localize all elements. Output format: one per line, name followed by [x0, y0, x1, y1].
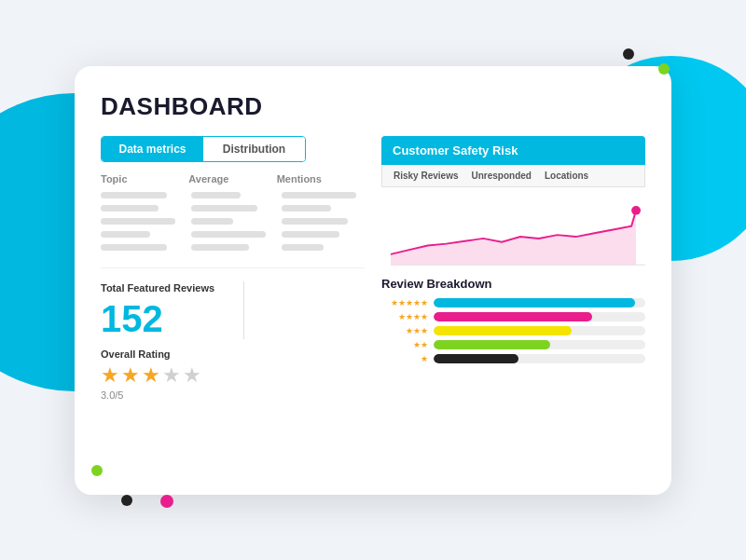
rb-bar-fill-1	[434, 354, 518, 363]
star-1: ★	[101, 363, 119, 388]
skeleton-cell	[191, 192, 241, 198]
dot-pink-bottom-left	[160, 495, 173, 508]
right-panel: Customer Safety Risk Risky Reviews Unres…	[381, 136, 645, 401]
tab-distribution[interactable]: Distribution	[203, 137, 305, 161]
skeleton-cell	[282, 218, 348, 225]
dot-dark-top-right	[623, 48, 634, 60]
skeleton-cell	[282, 231, 339, 238]
rb-row-4: ★★★★	[381, 312, 645, 321]
table-row	[101, 205, 365, 212]
skeleton-cell	[282, 205, 331, 212]
csr-header: Customer Safety Risk	[381, 136, 645, 165]
rb-stars-2: ★★	[381, 340, 428, 349]
rb-bar-fill-5	[434, 298, 635, 307]
rb-row-1: ★	[381, 354, 645, 363]
stats-row: Total Featured Reviews 152 Overall Ratin…	[101, 267, 365, 401]
rb-bar-bg-3	[434, 326, 645, 335]
skeleton-cell	[191, 231, 266, 238]
rb-stars-3: ★★★	[381, 326, 428, 335]
csr-tab-unresponded[interactable]: Unresponded	[472, 171, 532, 181]
col-topic: Topic	[101, 173, 188, 184]
skeleton-cell	[101, 205, 159, 212]
skeleton-cell	[191, 205, 257, 212]
star-rating: ★ ★ ★ ★ ★	[101, 363, 228, 388]
csr-tab-locations[interactable]: Locations	[545, 171, 588, 181]
rb-row-3: ★★★	[381, 326, 645, 335]
overall-rating-stat: Overall Rating ★ ★ ★ ★ ★ 3.0/5	[101, 348, 228, 401]
rb-bar-bg-1	[434, 354, 645, 363]
total-reviews-label: Total Featured Reviews	[101, 281, 228, 294]
data-table: Topic Average Mentions	[101, 173, 365, 251]
skeleton-cell	[101, 192, 167, 198]
dot-green-bottom-left	[91, 465, 103, 476]
total-reviews-value: 152	[101, 298, 228, 339]
star-2: ★	[121, 363, 140, 388]
rb-row-5: ★★★★★	[381, 298, 645, 307]
chart-fill	[391, 210, 636, 264]
csr-tabs: Risky Reviews Unresponded Locations	[381, 165, 645, 187]
skeleton-cell	[101, 231, 150, 238]
rb-bar-fill-2	[434, 340, 550, 349]
table-row	[101, 192, 365, 198]
total-reviews-stat: Total Featured Reviews 152	[101, 281, 228, 339]
table-row	[101, 244, 365, 251]
rb-bar-bg-5	[434, 298, 645, 307]
review-breakdown-title: Review Breakdown	[381, 277, 645, 291]
skeleton-cell	[191, 244, 249, 251]
rb-bar-bg-4	[434, 312, 645, 321]
table-header: Topic Average Mentions	[101, 173, 365, 184]
rb-bar-fill-4	[434, 312, 592, 321]
col-average: Average	[188, 173, 276, 184]
tab-bar: Data metrics Distribution	[101, 136, 306, 162]
rb-stars-4: ★★★★	[381, 312, 428, 321]
star-5: ★	[183, 363, 201, 388]
chart-svg	[381, 193, 645, 267]
tab-data-metrics[interactable]: Data metrics	[102, 137, 203, 161]
star-3: ★	[142, 363, 160, 388]
left-panel: Data metrics Distribution Topic Average …	[101, 136, 365, 401]
skeleton-cell	[101, 244, 167, 251]
dashboard-card: DASHBOARD Data metrics Distribution Topi…	[75, 66, 671, 495]
table-row	[101, 231, 365, 238]
skeleton-cell	[191, 218, 233, 225]
dot-dark-bottom-left	[121, 495, 132, 506]
star-4: ★	[162, 363, 181, 388]
skeleton-cell	[101, 218, 175, 225]
chart-dot	[631, 206, 641, 214]
col-mentions: Mentions	[277, 173, 365, 184]
stat-divider	[243, 281, 244, 339]
dot-green-top-right	[658, 63, 670, 75]
table-row	[101, 218, 365, 225]
rb-row-2: ★★	[381, 340, 645, 349]
card-body: Data metrics Distribution Topic Average …	[101, 136, 645, 401]
rating-text: 3.0/5	[101, 389, 228, 401]
rb-bar-bg-2	[434, 340, 645, 349]
rb-stars-1: ★	[381, 354, 428, 363]
page-title: DASHBOARD	[101, 92, 645, 121]
rb-stars-5: ★★★★★	[381, 298, 428, 307]
skeleton-cell	[282, 192, 356, 198]
overall-rating-label: Overall Rating	[101, 348, 228, 360]
skeleton-cell	[282, 244, 324, 251]
sparkline-chart	[381, 193, 645, 267]
csr-tab-risky[interactable]: Risky Reviews	[394, 171, 459, 181]
rb-bar-fill-3	[434, 326, 572, 335]
